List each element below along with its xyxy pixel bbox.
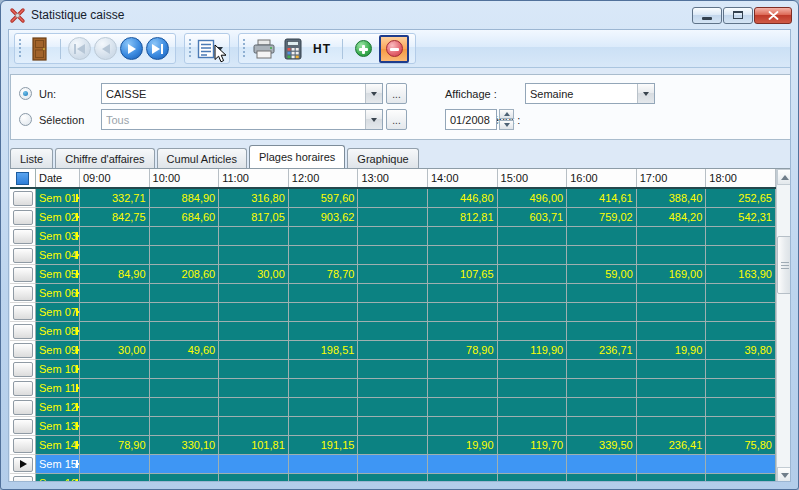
- row-indicator[interactable]: [10, 189, 36, 208]
- un-browse-button[interactable]: ...: [386, 83, 407, 104]
- table-row[interactable]: Sem 16: [10, 474, 776, 482]
- toolbar-gripper[interactable]: [189, 39, 191, 59]
- toolbar-gripper[interactable]: [243, 39, 245, 59]
- grid-cell[interactable]: 59,00: [567, 265, 637, 284]
- grid-cell[interactable]: [358, 284, 428, 303]
- grid-cell[interactable]: [498, 417, 568, 436]
- column-header-time[interactable]: 11:00: [219, 169, 289, 187]
- grid-cell[interactable]: 603,71: [498, 208, 568, 227]
- grid-cell[interactable]: [150, 322, 220, 341]
- row-indicator[interactable]: [10, 303, 36, 322]
- grid-cell[interactable]: [358, 246, 428, 265]
- tab-liste[interactable]: Liste: [10, 148, 53, 168]
- grid-cell[interactable]: [289, 360, 359, 379]
- calculator-button[interactable]: [280, 36, 306, 62]
- maximize-button[interactable]: [723, 7, 753, 24]
- un-dropdown-button[interactable]: [365, 84, 382, 103]
- next-record-button[interactable]: [120, 37, 143, 60]
- grid-cell[interactable]: [358, 227, 428, 246]
- grid-cell[interactable]: 542,31: [706, 208, 776, 227]
- grid-cell[interactable]: [567, 398, 637, 417]
- table-row[interactable]: Sem 01 332,71884,90316,80597,60446,80496…: [10, 189, 776, 208]
- spin-down-button[interactable]: [499, 120, 514, 130]
- grid-cell[interactable]: [150, 360, 220, 379]
- grid-cell[interactable]: [289, 398, 359, 417]
- grid-cell[interactable]: [150, 379, 220, 398]
- grid-cell[interactable]: [567, 246, 637, 265]
- grid-cell[interactable]: [428, 303, 498, 322]
- row-label-cell[interactable]: Sem 08: [36, 322, 80, 341]
- row-indicator[interactable]: [10, 455, 36, 474]
- grid-cell[interactable]: [637, 322, 707, 341]
- grid-cell[interactable]: [219, 341, 289, 360]
- report-list-button[interactable]: [197, 36, 223, 62]
- row-indicator[interactable]: [10, 208, 36, 227]
- grid-cell[interactable]: 414,61: [567, 189, 637, 208]
- grid-cell[interactable]: [498, 398, 568, 417]
- column-header-time[interactable]: 18:00: [706, 169, 776, 187]
- grid-cell[interactable]: [706, 303, 776, 322]
- grid-cell[interactable]: 332,71: [80, 189, 150, 208]
- grid-cell[interactable]: 812,81: [428, 208, 498, 227]
- un-radio[interactable]: [19, 87, 32, 100]
- table-row[interactable]: Sem 05 84,90208,6030,0078,70107,6559,001…: [10, 265, 776, 284]
- grid-cell[interactable]: [358, 436, 428, 455]
- grid-cell[interactable]: 75,80: [706, 436, 776, 455]
- grid-cell[interactable]: [219, 246, 289, 265]
- table-row[interactable]: Sem 04: [10, 246, 776, 265]
- grid-cell[interactable]: [498, 360, 568, 379]
- grid-cell[interactable]: 252,65: [706, 189, 776, 208]
- grid-cell[interactable]: 236,41: [637, 436, 707, 455]
- grid-cell[interactable]: [567, 284, 637, 303]
- grid-cell[interactable]: [80, 360, 150, 379]
- tab-chiffre-d-affaires[interactable]: Chiffre d'affaires: [55, 148, 154, 168]
- row-indicator[interactable]: [10, 474, 36, 482]
- row-label-cell[interactable]: Sem 11: [36, 379, 80, 398]
- ht-toggle-button[interactable]: HT: [309, 36, 335, 62]
- grid-cell[interactable]: 388,40: [637, 189, 707, 208]
- row-label-cell[interactable]: Sem 07: [36, 303, 80, 322]
- row-label-cell[interactable]: Sem 01: [36, 189, 80, 208]
- grid-cell[interactable]: [428, 379, 498, 398]
- row-label-cell[interactable]: Sem 10: [36, 360, 80, 379]
- select-all-box[interactable]: [16, 172, 29, 185]
- grid-cell[interactable]: [219, 474, 289, 482]
- grid-cell[interactable]: 78,90: [428, 341, 498, 360]
- grid-cell[interactable]: [498, 379, 568, 398]
- grid-cell[interactable]: [80, 455, 150, 474]
- selection-browse-button[interactable]: ...: [386, 109, 407, 130]
- grid-cell[interactable]: [358, 417, 428, 436]
- grid-cell[interactable]: [428, 322, 498, 341]
- column-header-time[interactable]: 16:00: [567, 169, 637, 187]
- scroll-up-button[interactable]: [777, 169, 791, 185]
- table-row[interactable]: Sem 12: [10, 398, 776, 417]
- grid-cell[interactable]: [219, 227, 289, 246]
- grid-cell[interactable]: 316,80: [219, 189, 289, 208]
- grid-cell[interactable]: [637, 455, 707, 474]
- grid-cell[interactable]: [428, 455, 498, 474]
- grid-cell[interactable]: [706, 379, 776, 398]
- column-header-time[interactable]: 12:00: [289, 169, 359, 187]
- grid-cell[interactable]: 446,80: [428, 189, 498, 208]
- grid-cell[interactable]: [428, 398, 498, 417]
- grid-cell[interactable]: [289, 284, 359, 303]
- grid-cell[interactable]: [567, 379, 637, 398]
- row-label-cell[interactable]: Sem 02: [36, 208, 80, 227]
- grid-cell[interactable]: [289, 379, 359, 398]
- minimize-button[interactable]: [692, 7, 722, 24]
- grid-cell[interactable]: [289, 417, 359, 436]
- grid-cell[interactable]: [80, 379, 150, 398]
- grid-cell[interactable]: 78,90: [80, 436, 150, 455]
- grid-cell[interactable]: 19,90: [428, 436, 498, 455]
- grid-cell[interactable]: 330,10: [150, 436, 220, 455]
- row-label-cell[interactable]: Sem 05: [36, 265, 80, 284]
- grid-cell[interactable]: [219, 379, 289, 398]
- grid-cell[interactable]: 339,50: [567, 436, 637, 455]
- affichage-combobox[interactable]: Semaine: [525, 83, 655, 104]
- grid-cell[interactable]: 684,60: [150, 208, 220, 227]
- grid-cell[interactable]: [289, 455, 359, 474]
- grid-cell[interactable]: [80, 284, 150, 303]
- grid-cell[interactable]: [428, 246, 498, 265]
- row-label-cell[interactable]: Sem 06: [36, 284, 80, 303]
- remove-button-selected[interactable]: [379, 35, 409, 63]
